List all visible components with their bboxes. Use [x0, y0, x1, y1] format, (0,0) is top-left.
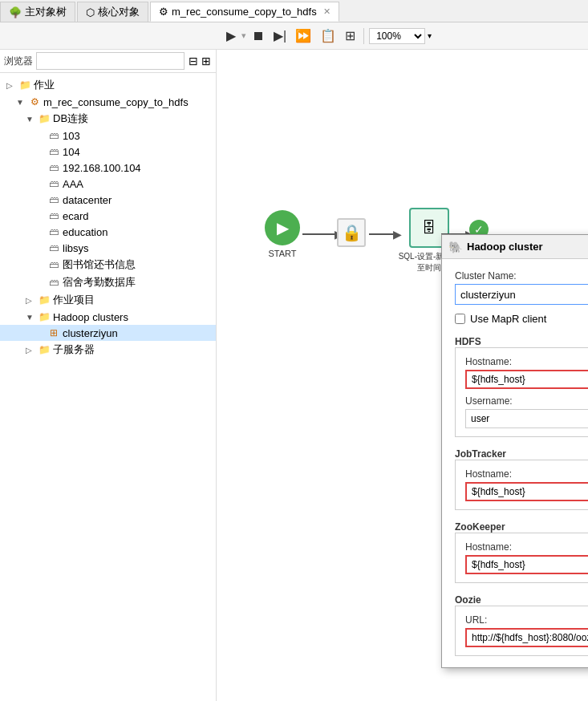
core-icon: ⬡ — [86, 6, 95, 18]
table-icon: 🗃 — [47, 193, 60, 206]
jobtracker-hostname-input[interactable] — [465, 482, 588, 501]
right-panel: ▶ START ▶ 🔒 ▶ � — [217, 50, 588, 701]
arrow-icon: ▷ — [26, 296, 35, 305]
step-button[interactable]: ▶| — [270, 26, 290, 45]
dialog-titlebar: 🐘 Hadoop cluster ✕ — [442, 235, 588, 259]
canvas-node-lock[interactable]: 🔒 — [337, 218, 366, 247]
start-node-label: START — [268, 249, 296, 258]
db-item-label: AAA — [63, 178, 83, 190]
cluster-name-label: clusterziyun — [63, 327, 118, 339]
tree-node-db-libsys[interactable]: 🗃 libsys — [0, 240, 216, 256]
zookeeper-section-header: ZooKeeper — [455, 521, 588, 533]
folder-icon: 📁 — [38, 343, 51, 356]
tree-node-db-104[interactable]: 🗃 104 — [0, 144, 216, 160]
tree-node-db-education[interactable]: 🗃 education — [0, 224, 216, 240]
toolbar-separator — [363, 28, 364, 44]
folder-icon: 📁 — [38, 294, 51, 306]
tree-node-db-103[interactable]: 🗃 103 — [0, 128, 216, 144]
tree-node-db-aaa[interactable]: 🗃 AAA — [0, 176, 216, 192]
db-item-label: 104 — [63, 146, 80, 158]
jobtracker-section: JobTracker Hostname: ◆ — [455, 445, 588, 510]
arrow-icon: ▷ — [26, 346, 35, 355]
table-icon: 🗃 — [47, 209, 60, 222]
collapse-all-button[interactable]: ⊟ — [188, 54, 199, 68]
tree-node-db-connections[interactable]: ▼ 📁 DB连接 — [0, 110, 216, 128]
zookeeper-section-box: Hostname: ◆ Port: — [455, 533, 588, 583]
hdfs-hostname-field: ◆ — [465, 370, 588, 389]
stop-button[interactable]: ⏹ — [249, 27, 268, 45]
line — [302, 233, 335, 235]
tree-node-job-projects[interactable]: ▷ 📁 作业项目 — [0, 291, 216, 309]
hdfs-hostname-input[interactable] — [465, 370, 588, 389]
table-icon: 🗃 — [47, 241, 60, 254]
folder-icon: 📁 — [18, 79, 31, 91]
job-root-label: 作业 — [34, 78, 55, 92]
zookeeper-hostname-input[interactable] — [465, 555, 588, 574]
left-panel: 浏览器 ⊟ ⊞ ▷ 📁 作业 ▼ ⚙ m_rec_ — [0, 50, 217, 701]
folder-icon: 📁 — [38, 310, 51, 323]
fast-forward-button[interactable]: ⏩ — [292, 26, 314, 45]
grid-button[interactable]: ⊞ — [342, 26, 359, 45]
job-icon-tree: ⚙ — [28, 95, 41, 108]
table-icon: 🗃 — [47, 225, 60, 238]
tree-node-sub-server[interactable]: ▷ 📁 子服务器 — [0, 341, 216, 359]
db-item-label: 宿舍考勤数据库 — [63, 275, 136, 290]
tree-node-db-dorm[interactable]: 🗃 宿舍考勤数据库 — [0, 274, 216, 291]
hadoop-cluster-dialog: 🐘 Hadoop cluster ✕ Cluster Name: Use Map… — [441, 234, 588, 668]
zookeeper-hostname-label: Hostname: — [465, 541, 588, 553]
tab-core-objects[interactable]: ⬡ 核心对象 — [77, 2, 148, 22]
lock-node-box[interactable]: 🔒 — [337, 218, 366, 247]
expand-all-button[interactable]: ⊞ — [201, 54, 212, 68]
db-item-label: ecard — [63, 210, 89, 222]
tree-node-db-ecard[interactable]: 🗃 ecard — [0, 208, 216, 224]
tree-node-db-library[interactable]: 🗃 图书馆还书信息 — [0, 256, 216, 274]
content-area: 浏览器 ⊟ ⊞ ▷ 📁 作业 ▼ ⚙ m_rec_ — [0, 50, 588, 701]
jobtracker-section-box: Hostname: ◆ Port: — [455, 460, 588, 510]
oozie-url-field: ◆ — [465, 628, 588, 647]
toolbar: ▶ ▾ ⏹ ▶| ⏩ 📋 ⊞ 100% 75% 50% 125% 150% ▾ — [0, 22, 588, 50]
copy-button[interactable]: 📋 — [317, 26, 339, 45]
browser-search-input[interactable] — [36, 52, 185, 70]
zoom-dropdown-icon: ▾ — [428, 31, 432, 40]
tree-node-job-root[interactable]: ▷ 📁 作业 — [0, 76, 216, 94]
browser-bar: 浏览器 ⊟ ⊞ — [0, 50, 216, 73]
tree-node-clusterziyun[interactable]: ⊞ clusterziyun — [0, 325, 216, 341]
hdfs-section-box: Hostname: ◆ Port: — [455, 347, 588, 437]
jobtracker-hostname-field: ◆ — [465, 482, 588, 501]
hdfs-username-label: Username: — [465, 395, 588, 407]
db-item-label: 图书馆还书信息 — [63, 257, 136, 272]
browser-icons: ⊟ ⊞ — [188, 54, 212, 68]
arrow-icon: ▼ — [26, 313, 35, 322]
mapr-checkbox[interactable] — [455, 314, 465, 324]
tree-node-hadoop-clusters[interactable]: ▼ 📁 Hadoop clusters — [0, 309, 216, 325]
sub-server-label: 子服务器 — [53, 342, 95, 357]
arrow-icon: ▼ — [16, 98, 26, 107]
zoom-select[interactable]: 100% 75% 50% 125% 150% — [369, 28, 425, 44]
tab-main-objects[interactable]: 🌳 主对象树 — [0, 2, 75, 22]
play-button[interactable]: ▶ — [223, 26, 239, 45]
job-name-label: m_rec_consume_copy_to_hdfs — [43, 96, 189, 108]
browser-label: 浏览器 — [4, 55, 33, 68]
tree-node-job[interactable]: ▼ ⚙ m_rec_consume_copy_to_hdfs — [0, 94, 216, 110]
table-icon: 🗃 — [47, 129, 60, 142]
hdfs-username-group: Username: ◆ — [465, 395, 588, 428]
dialog-title: Hadoop cluster — [467, 241, 588, 253]
tab-close-icon[interactable]: ✕ — [323, 6, 330, 17]
table-icon: 🗃 — [47, 276, 60, 289]
table-icon: 🗃 — [47, 258, 60, 271]
db-item-label: datacenter — [63, 194, 112, 206]
tree-area: ▷ 📁 作业 ▼ ⚙ m_rec_consume_copy_to_hdfs ▼ … — [0, 73, 216, 701]
oozie-section-box: URL: ◆ — [455, 606, 588, 656]
start-node-button[interactable]: ▶ — [265, 210, 300, 245]
tree-node-db-datacenter[interactable]: 🗃 datacenter — [0, 192, 216, 208]
hdfs-username-field: ◆ — [465, 409, 588, 428]
cluster-name-input[interactable] — [455, 284, 588, 305]
tree-node-db-192[interactable]: 🗃 192.168.100.104 — [0, 160, 216, 176]
tab-main-objects-label: 主对象树 — [25, 5, 67, 19]
jobtracker-hostname-row: Hostname: ◆ Port: — [465, 468, 588, 501]
tab-job[interactable]: ⚙ m_rec_consume_copy_to_hdfs ✕ — [150, 2, 339, 22]
zookeeper-section: ZooKeeper Hostname: ◆ — [455, 518, 588, 583]
oozie-url-input[interactable] — [465, 628, 588, 647]
hdfs-username-input[interactable] — [465, 409, 588, 428]
line — [369, 233, 393, 235]
